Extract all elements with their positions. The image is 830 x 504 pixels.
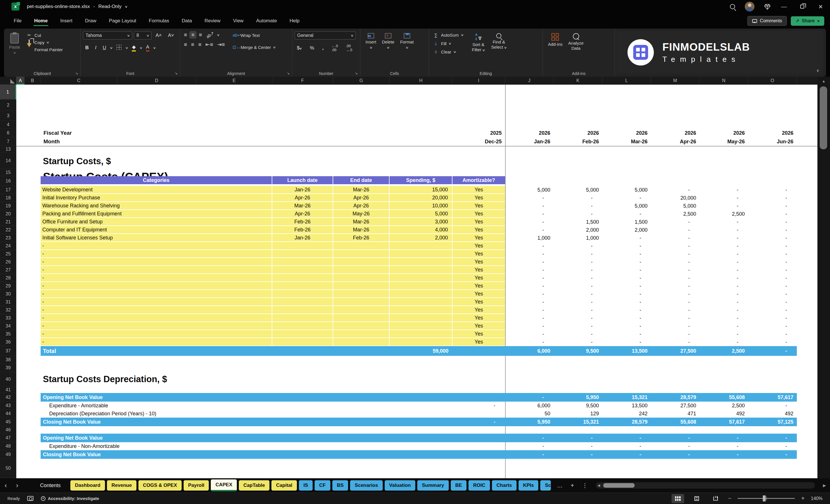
dep-month-value[interactable]: 6,000 [505, 402, 554, 410]
addins-button[interactable]: Add-ins [545, 31, 566, 53]
number-format-select[interactable]: General∨ [295, 31, 356, 39]
sheet-options-button[interactable]: ⋮ [578, 482, 592, 489]
scroll-up-icon[interactable]: ▲ [818, 77, 830, 83]
cell-launch-date[interactable]: Mar-26 [272, 202, 333, 209]
sheet-tab-scenarios[interactable]: Scenarios [350, 480, 382, 491]
cell-month-value[interactable]: - [505, 290, 554, 298]
font-family-select[interactable]: Tahoma∨ [83, 31, 132, 39]
cell-month-value[interactable]: - [748, 242, 797, 250]
sheet-tab-valuation[interactable]: Valuation [385, 480, 416, 491]
menu-tab-file[interactable]: File [8, 15, 27, 27]
nbv-month-value[interactable]: - [505, 393, 554, 402]
dep-month-value[interactable]: 50 [505, 410, 554, 418]
row-header-49[interactable]: 49 [0, 450, 16, 459]
cell-month-value[interactable]: 5,000 [602, 202, 651, 210]
cell-launch-date[interactable]: Apr-26 [272, 194, 333, 201]
nbv-month-value[interactable]: - [554, 434, 602, 442]
cell-end-date[interactable] [333, 266, 389, 274]
sort-filter-button[interactable]: AZ ∇ Sort &Filter ∨ [469, 31, 488, 56]
next-sheet-button[interactable]: › [11, 481, 23, 490]
dep-month-value[interactable]: 242 [602, 410, 651, 418]
menu-tab-view[interactable]: View [227, 15, 249, 27]
row-header-16[interactable]: 16 [0, 176, 16, 186]
bold-button[interactable]: B [83, 44, 91, 51]
column-header-O[interactable]: O [748, 77, 797, 85]
cell-month-value[interactable]: 1,000 [505, 234, 554, 242]
cell-month-value[interactable]: - [602, 274, 651, 282]
align-left-button[interactable]: ≡ [183, 41, 189, 48]
month-value[interactable]: Feb-26 [554, 137, 602, 146]
cell-month-value[interactable]: - [602, 266, 651, 274]
cell-month-value[interactable]: - [505, 298, 554, 306]
cell-spending[interactable] [389, 330, 452, 338]
month-value[interactable]: Jun-26 [748, 137, 797, 146]
cell-end-date[interactable] [333, 242, 389, 249]
menu-tab-insert[interactable]: Insert [55, 15, 78, 27]
cell-month-value[interactable]: - [651, 186, 700, 194]
row-header-37[interactable]: 37 [0, 346, 16, 356]
cell-month-value[interactable]: - [554, 250, 602, 258]
cell-month-value[interactable]: - [602, 242, 651, 250]
align-right-button[interactable]: ≡ [197, 41, 203, 48]
cell-month-value[interactable]: - [748, 298, 797, 306]
cell-month-value[interactable]: - [505, 258, 554, 266]
cell-month-value[interactable]: - [748, 322, 797, 330]
column-header-A[interactable]: A [16, 77, 25, 85]
cell-month-value[interactable]: - [700, 218, 748, 226]
cell-month-value[interactable]: - [748, 266, 797, 274]
cell-month-value[interactable]: - [700, 338, 748, 346]
cell-amortizable[interactable]: Yes [452, 218, 505, 225]
nbv-month-value[interactable]: - [505, 434, 554, 442]
cell-end-date[interactable]: Mar-26 [333, 226, 389, 233]
cell-month-value[interactable]: - [602, 194, 651, 202]
find-select-button[interactable]: Find &Select ∨ [488, 31, 509, 56]
cell-month-value[interactable]: - [700, 282, 748, 290]
cell-category[interactable]: - [41, 306, 272, 314]
cell-month-value[interactable]: - [554, 202, 602, 210]
nbv-month-value[interactable]: - [554, 450, 602, 459]
cell-month-value[interactable]: - [602, 314, 651, 322]
row-header-27[interactable]: 27 [0, 266, 16, 274]
table-header-cell[interactable]: End date [333, 176, 389, 184]
row-header-43[interactable]: 43 [0, 402, 16, 410]
normal-view-button[interactable] [672, 494, 684, 503]
row-header-44[interactable]: 44 [0, 410, 16, 418]
cell-launch-date[interactable] [272, 314, 333, 321]
cell-month-value[interactable]: - [651, 226, 700, 234]
cell-month-value[interactable]: - [748, 210, 797, 218]
nbv-month-value[interactable]: 57,617 [748, 393, 797, 402]
cell-end-date[interactable] [333, 258, 389, 265]
cell-month-value[interactable]: - [748, 282, 797, 290]
cell-spending[interactable]: 3,000 [389, 218, 452, 225]
table-header-cell[interactable]: Spending, $ [389, 176, 452, 184]
cell-spending[interactable] [389, 258, 452, 265]
wrap-text-button[interactable]: ab↩ Wrap Text [231, 31, 277, 39]
minimize-button[interactable]: — [780, 3, 788, 10]
cell-launch-date[interactable] [272, 338, 333, 346]
month-value[interactable]: Apr-26 [651, 137, 700, 146]
cell-month-value[interactable]: - [505, 306, 554, 314]
accessibility-status[interactable]: Accessibility: Investigate [41, 496, 99, 501]
cell-spending[interactable]: 5,000 [389, 210, 452, 217]
cell-month-value[interactable]: - [748, 194, 797, 202]
menu-tab-page-layout[interactable]: Page Layout [103, 15, 142, 27]
cell-month-value[interactable]: - [554, 298, 602, 306]
total-spending[interactable]: 59,000 [389, 346, 452, 356]
cell-month-value[interactable]: - [554, 290, 602, 298]
cell-month-value[interactable]: - [554, 306, 602, 314]
total-month-value[interactable]: 6,000 [505, 346, 554, 356]
cell-amortizable[interactable]: Yes [452, 306, 505, 314]
comments-button[interactable]: Comments [747, 16, 787, 26]
fiscal-year-value[interactable]: 2026 [700, 129, 748, 137]
analyze-data-button[interactable]: AnalyzeData [566, 31, 586, 53]
currency-button[interactable]: $∨ [295, 44, 304, 52]
nbv-label[interactable]: Opening Net Book Value [41, 393, 103, 402]
cell-month-value[interactable]: - [748, 338, 797, 346]
cell-end-date[interactable] [333, 306, 389, 314]
cell-end-date[interactable] [333, 322, 389, 329]
font-size-select[interactable]: 8∨ [134, 31, 152, 39]
column-header-J[interactable]: J [505, 77, 554, 85]
zoom-out-button[interactable]: − [728, 495, 732, 502]
row-header-38[interactable]: 38 [0, 356, 16, 364]
search-icon[interactable] [730, 4, 735, 9]
